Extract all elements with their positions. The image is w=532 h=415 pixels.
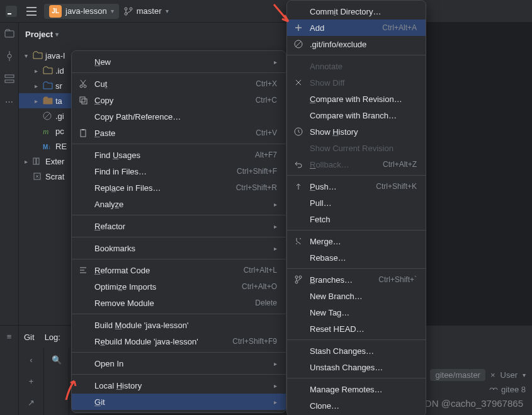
search-button[interactable]: 🔍 [48, 351, 65, 368]
expander-icon[interactable]: ▾ [21, 52, 30, 59]
menu-item[interactable]: CopyCtrl+C [72, 92, 286, 108]
svg-point-18 [84, 85, 86, 88]
structure-tool-icon[interactable] [4, 73, 15, 84]
menu-item[interactable]: Rebuild Module 'java-lesson'Ctrl+Shift+F… [72, 333, 286, 350]
link-icon [489, 387, 499, 393]
project-tool-icon[interactable] [4, 28, 15, 39]
menu-item[interactable]: Find in Files…Ctrl+Shift+F [72, 163, 286, 179]
menu-item[interactable]: Show History [287, 123, 426, 140]
shortcut-label: Ctrl+V [256, 128, 277, 137]
menu-label: Git [94, 397, 105, 407]
menu-item[interactable]: Commit Directory… [287, 3, 426, 20]
watermark: CSDN @cacho_37967865 [412, 398, 523, 409]
expander-icon[interactable]: ▸ [31, 67, 40, 74]
menu-item[interactable]: Reset HEAD… [287, 321, 426, 337]
menu-separator [287, 55, 426, 55]
menu-item[interactable]: Build Module 'java-lesson' [72, 317, 286, 333]
add-button[interactable]: + [23, 372, 40, 390]
svg-rect-5 [5, 31, 14, 37]
svg-rect-20 [82, 99, 87, 104]
paste-icon [78, 128, 88, 138]
menu-label: Rebuild Module 'java-lesson' [94, 337, 198, 346]
expander-icon[interactable]: ▸ [31, 98, 40, 105]
rollback-icon [293, 159, 303, 169]
menu-item[interactable]: Reformat CodeCtrl+Alt+L [72, 262, 286, 278]
menu-item[interactable]: Compare with Revision… [287, 91, 426, 107]
menu-item[interactable]: Replace in Files…Ctrl+Shift+R [72, 179, 286, 196]
menu-item[interactable]: Remove ModuleDelete [72, 295, 286, 311]
user-label: User [501, 370, 518, 380]
menu-item[interactable]: Bookmarks▸ [72, 240, 286, 256]
menu-item[interactable]: Open In▸ [72, 355, 286, 372]
more-tool-icon[interactable]: ⋯ [4, 96, 15, 107]
menu-item[interactable]: Local History▸ [72, 377, 286, 394]
prev-button[interactable]: ‹ [23, 351, 40, 368]
branch-icon [293, 275, 303, 285]
link-button[interactable]: ↗ [23, 394, 40, 411]
menu-item[interactable]: PasteCtrl+V [72, 125, 286, 141]
menu-item: Rollback…Ctrl+Alt+Z [287, 156, 426, 173]
menu-label: Find in Files… [94, 167, 147, 176]
project-avatar: JL [49, 5, 62, 18]
menu-item[interactable]: Git▸ [72, 394, 286, 410]
menu-item[interactable]: Optimize ImportsCtrl+Alt+O [72, 278, 286, 295]
menu-item[interactable]: Analyze▸ [72, 196, 286, 212]
menu-item[interactable]: CutCtrl+X [72, 76, 286, 92]
menu-item[interactable]: New Tag… [287, 304, 426, 321]
menu-label: Add [310, 23, 324, 33]
menu-item[interactable]: Find UsagesAlt+F7 [72, 147, 286, 163]
commit-tool-icon[interactable] [4, 50, 15, 62]
menu-label: Optimize Imports [94, 282, 156, 292]
menu-item[interactable]: Fetch [287, 211, 426, 227]
menu-item[interactable]: New▸ [72, 54, 286, 70]
menu-item[interactable]: AddCtrl+Alt+A [287, 20, 426, 36]
menu-item[interactable]: Push…Ctrl+Shift+K [287, 178, 426, 195]
menu-separator [287, 378, 426, 378]
menu-item: Show Current Revision [287, 140, 426, 156]
menu-item[interactable]: Refactor▸ [72, 218, 286, 234]
context-menu[interactable]: New▸CutCtrl+XCopyCtrl+CCopy Path/Referen… [71, 50, 286, 413]
app-icon [4, 4, 19, 19]
folder-blue-icon [43, 81, 53, 90]
menu-label: Clone… [310, 401, 339, 411]
shortcut-label: Ctrl+X [256, 79, 277, 88]
menu-item[interactable]: .git/info/exclude [287, 36, 426, 52]
left-tool-rail: ⋯ [0, 23, 19, 325]
log-tab[interactable]: Log: [45, 333, 60, 342]
hamburger-icon[interactable]: ≡ [4, 331, 15, 342]
menu-item[interactable]: Unstash Changes… [287, 359, 426, 375]
menu-item[interactable]: Stash Changes… [287, 343, 426, 359]
menu-separator [72, 237, 286, 237]
menu-item[interactable]: Manage Remotes… [287, 381, 426, 397]
menu-label: Reformat Code [94, 266, 150, 275]
menu-item[interactable]: Pull… [287, 195, 426, 211]
branch-selector[interactable]: master ▾ [124, 6, 169, 16]
git-tab[interactable]: Git [24, 333, 35, 342]
branch-name: master [137, 6, 162, 16]
menu-item[interactable]: New Branch… [287, 288, 426, 304]
menu-label: .git/info/exclude [310, 40, 366, 49]
hamburger-icon [26, 7, 37, 16]
menu-label: Branches… [310, 275, 353, 285]
shortcut-label: Alt+F7 [255, 151, 277, 159]
scratch-icon [33, 172, 43, 181]
menu-label: Find Usages [94, 151, 140, 160]
menu-item[interactable]: Copy Path/Reference… [72, 108, 286, 125]
expander-icon[interactable]: ▸ [21, 158, 30, 165]
menu-item[interactable]: Merge… [287, 233, 426, 249]
menu-label: Reset HEAD… [310, 324, 365, 334]
menu-separator [72, 215, 286, 215]
project-selector[interactable]: JL java-lesson ▾ [44, 4, 119, 19]
expander-icon[interactable]: ▸ [31, 82, 40, 89]
project-header[interactable]: Project ▾ [19, 23, 289, 45]
shortcut-label: Ctrl+Alt+O [242, 282, 277, 291]
svg-rect-1 [8, 13, 11, 14]
menu-item[interactable]: Branches…Ctrl+Shift+` [287, 271, 426, 288]
menu-item[interactable]: Compare with Branch… [287, 107, 426, 123]
forbid-icon [293, 39, 303, 49]
menu-item[interactable]: Rebase… [287, 249, 426, 266]
remote-tag[interactable]: gitee/master [430, 369, 485, 381]
git-submenu[interactable]: Commit Directory…AddCtrl+Alt+A.git/info/… [286, 0, 426, 415]
menu-item[interactable]: Clone… [287, 397, 426, 414]
main-menu-button[interactable] [24, 4, 39, 19]
